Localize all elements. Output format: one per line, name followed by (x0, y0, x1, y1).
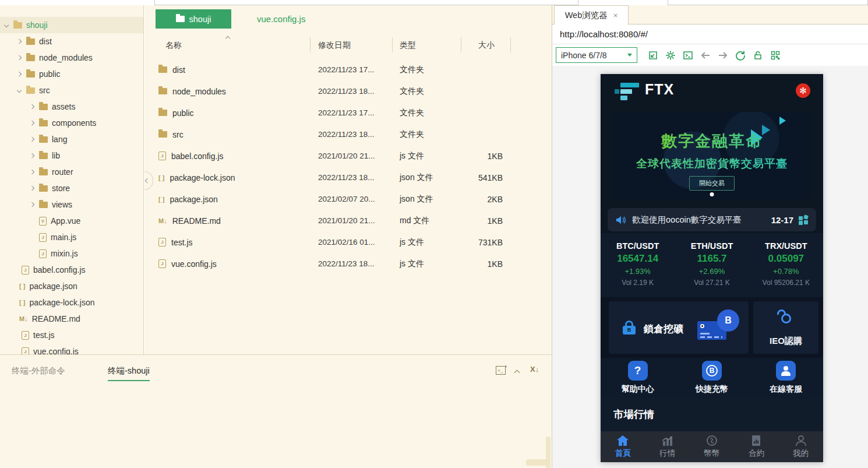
tree-item-test-js[interactable]: J test.js (0, 327, 144, 343)
folder-icon (158, 88, 167, 94)
language-flag-icon[interactable]: ✻ (796, 83, 810, 98)
column-header-date[interactable]: 修改日期 (318, 40, 351, 51)
tree-item-main-js[interactable]: J main.js (0, 229, 144, 245)
chevron-right-icon[interactable] (30, 137, 34, 142)
column-header-size[interactable]: 大小 (478, 40, 495, 51)
json-file-icon: [ ] (158, 174, 164, 181)
tree-item-public[interactable]: public (0, 66, 144, 82)
column-header-type[interactable]: 类型 (400, 40, 416, 51)
home-icon (616, 435, 629, 446)
help-center-action[interactable]: ? 幫助中心 (601, 358, 675, 398)
new-terminal-icon[interactable]: >_+ (496, 366, 506, 375)
sort-asc-icon[interactable] (225, 36, 230, 41)
tree-item-components[interactable]: components (0, 115, 144, 131)
tree-item-vue-config[interactable]: J vue.config.js (0, 343, 144, 354)
close-icon[interactable]: × (613, 11, 618, 20)
tab-shouji[interactable]: shouji (156, 9, 231, 29)
open-external-icon[interactable] (644, 48, 662, 62)
lock-icon[interactable] (749, 48, 767, 62)
chevron-right-icon[interactable] (30, 202, 34, 207)
tree-item-store[interactable]: store (0, 180, 144, 196)
ieo-card[interactable]: IEO認購 (753, 301, 818, 354)
speaker-icon (615, 215, 626, 225)
tree-item-router[interactable]: router (0, 164, 144, 180)
chevron-right-icon[interactable] (17, 72, 22, 76)
browser-tab-web[interactable]: Web浏览器 × (554, 5, 629, 24)
start-trading-button[interactable]: 開始交易 (689, 176, 735, 191)
tree-item-node-modules[interactable]: node_modules (0, 50, 144, 66)
nav-contracts[interactable]: 合約 (734, 431, 778, 462)
chevron-right-icon[interactable] (30, 186, 34, 191)
refresh-icon[interactable] (732, 48, 749, 62)
chevron-right-icon[interactable] (17, 39, 22, 44)
qr-code-icon[interactable] (767, 48, 784, 62)
collapse-panel-icon[interactable] (515, 368, 519, 376)
ticker-btc[interactable]: BTC/USDT 16547.14 +1.93% Vol 2.19 K (601, 233, 675, 297)
column-header-name[interactable]: 名称 (165, 40, 182, 51)
chevron-right-icon[interactable] (30, 170, 34, 174)
chevron-down-icon[interactable] (4, 23, 9, 27)
carousel-dot[interactable] (710, 192, 714, 196)
table-row[interactable]: Jvue.config.js 2022/11/23 18... js 文件 1K… (144, 253, 552, 275)
folder-icon (39, 136, 48, 143)
table-row[interactable]: dist 2022/11/23 17... 文件夹 (144, 59, 552, 80)
chevron-right-icon[interactable] (30, 104, 34, 109)
nav-profile[interactable]: 我的 (779, 431, 823, 462)
mining-card[interactable]: B 鎖倉挖礦 B (609, 301, 749, 354)
feature-cards-section: B 鎖倉挖礦 B IEO認購 (601, 297, 823, 358)
table-row[interactable]: src 2022/11/23 18... 文件夹 (144, 124, 552, 145)
forward-icon[interactable] (714, 48, 732, 62)
app-header: FTX ✻ (601, 74, 823, 108)
customer-service-action[interactable]: 在線客服 (749, 358, 823, 398)
tree-item-package-lock[interactable]: [ ] package-lock.json (0, 294, 144, 311)
folder-icon (26, 38, 35, 45)
terminal-hscrollbar[interactable] (526, 459, 548, 466)
table-row[interactable]: public 2022/11/23 17... 文件夹 (144, 102, 552, 124)
folder-icon (158, 110, 167, 116)
nav-spot[interactable]: 幣幣 (690, 431, 734, 462)
hero-banner[interactable]: 數字金融革命 全球代表性加密貨幣交易平臺 開始交易 (613, 112, 810, 199)
tree-item-app-vue[interactable]: V App.vue (0, 213, 144, 229)
table-row[interactable]: M↓README.md 2021/01/20 21... md 文件 1KB (144, 210, 552, 231)
chevron-down-icon[interactable] (17, 88, 22, 93)
tree-item-mixin-js[interactable]: J mixin.js (0, 245, 144, 262)
terminal-tab-shouji[interactable]: 终端-shouji (108, 365, 150, 381)
table-row[interactable]: Jtest.js 2021/02/16 01... js 文件 731KB (144, 231, 552, 253)
tree-item-shouji[interactable]: shouji (0, 17, 144, 33)
terminal-panel: 终端-外部命令 终端-shouji >_+ X↓ App running at:… (0, 354, 552, 468)
tree-item-lang[interactable]: lang (0, 131, 144, 147)
console-icon[interactable] (679, 48, 697, 62)
tree-item-readme[interactable]: M↓ README.md (0, 311, 144, 327)
nav-markets[interactable]: 行情 (645, 431, 689, 462)
more-grid-icon[interactable] (799, 215, 809, 225)
tab-vue-config-js[interactable]: vue.config.js (246, 9, 316, 29)
table-row[interactable]: node_modules 2022/11/23 18... 文件夹 (144, 80, 552, 102)
table-row[interactable]: Jbabel.config.js 2021/01/20 21... js 文件 … (144, 145, 552, 167)
vue-file-icon: V (39, 217, 47, 226)
quick-deposit-action[interactable]: B 快捷充幣 (675, 358, 749, 398)
back-icon[interactable] (697, 48, 714, 62)
chevron-right-icon[interactable] (17, 55, 22, 60)
settings-gear-icon[interactable] (662, 48, 679, 62)
chevron-right-icon[interactable] (30, 153, 34, 158)
device-select[interactable]: iPhone 6/7/8 (556, 47, 637, 63)
tree-item-assets[interactable]: assets (0, 98, 144, 115)
url-input[interactable]: http://localhost:8080/#/ (552, 29, 648, 39)
table-row[interactable]: [ ]package.json 2021/02/07 20... json 文件… (144, 188, 552, 210)
close-terminal-icon[interactable]: X↓ (530, 365, 539, 374)
tree-item-lib[interactable]: lib (0, 147, 144, 164)
folder-icon (39, 104, 48, 110)
web-browser-panel: Web浏览器 × http://localhost:8080/#/ iPhone… (552, 5, 868, 468)
tree-item-package-json[interactable]: [ ] package.json (0, 278, 144, 294)
terminal-tab-external[interactable]: 终端-外部命令 (12, 365, 65, 376)
chevron-right-icon[interactable] (30, 121, 34, 125)
nav-home[interactable]: 首頁 (601, 431, 645, 462)
table-row[interactable]: [ ]package-lock.json 2022/11/23 18... js… (144, 167, 552, 188)
tree-item-src[interactable]: src (0, 82, 144, 98)
tree-item-babel-config[interactable]: J babel.config.js (0, 262, 144, 278)
ticker-trx[interactable]: TRX/USDT 0.05097 +0.78% Vol 95206.21 K (749, 233, 823, 297)
tree-item-views[interactable]: views (0, 196, 144, 213)
announcement-bar[interactable]: 歡迎使用oocoin數字交易平臺 12-17 (608, 208, 816, 231)
tree-item-dist[interactable]: dist (0, 33, 144, 50)
ticker-eth[interactable]: ETH/USDT 1165.7 +2.69% Vol 27.21 K (675, 233, 749, 297)
